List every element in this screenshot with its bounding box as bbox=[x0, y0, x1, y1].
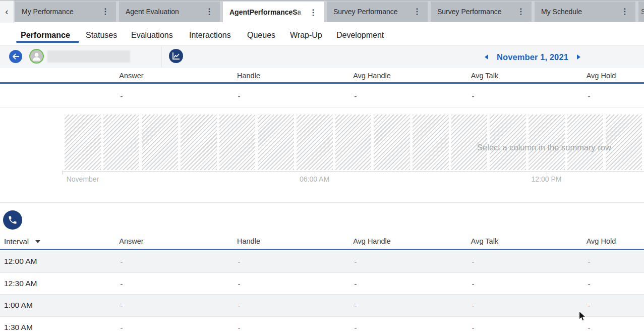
summary-col-avg-handle[interactable]: Avg Handle bbox=[353, 72, 391, 80]
summary-value[interactable]: - bbox=[588, 92, 591, 100]
chart-bar bbox=[103, 115, 140, 170]
summary-col-handle[interactable]: Handle bbox=[237, 72, 260, 80]
table-row[interactable]: 1:00 AM - - - - - bbox=[0, 295, 644, 317]
tab-agent-evaluation[interactable]: Agent Evaluation⋮ bbox=[119, 2, 220, 22]
interval-cell: 1:00 AM bbox=[4, 301, 33, 310]
axis-label-12pm: 12:00 PM bbox=[532, 175, 562, 183]
interval-col-handle[interactable]: Handle bbox=[237, 237, 260, 245]
axis-tick bbox=[83, 172, 83, 174]
nav-tab-evaluations[interactable]: Evaluations bbox=[131, 31, 173, 39]
chart-bar bbox=[65, 115, 101, 170]
cell-value: - bbox=[588, 301, 591, 310]
chart-bar bbox=[219, 115, 256, 170]
tab-label-fade bbox=[296, 2, 310, 23]
axis-tick bbox=[547, 172, 547, 174]
sort-caret-icon bbox=[35, 240, 40, 243]
next-day-button[interactable] bbox=[577, 54, 580, 60]
prev-day-button[interactable] bbox=[485, 54, 488, 60]
voice-channel-button[interactable] bbox=[3, 210, 22, 230]
phone-icon bbox=[8, 215, 18, 225]
tab-menu-icon[interactable]: ⋮ bbox=[517, 2, 525, 22]
tab-my-schedule[interactable]: My Schedule⋮ bbox=[535, 2, 635, 22]
active-nav-underline bbox=[16, 41, 79, 43]
chart-bar bbox=[451, 115, 488, 170]
summary-col-answer[interactable]: Answer bbox=[119, 72, 143, 80]
cell-value: - bbox=[238, 279, 241, 288]
cell-value: - bbox=[588, 257, 591, 266]
cell-value: - bbox=[121, 257, 123, 266]
tab-menu-icon[interactable]: ⋮ bbox=[413, 2, 421, 22]
back-button[interactable] bbox=[9, 50, 22, 63]
tab-menu-icon[interactable]: ⋮ bbox=[621, 2, 629, 22]
agent-name-redacted bbox=[47, 50, 130, 63]
tab-partial[interactable]: S bbox=[638, 2, 644, 22]
nav-tab-wrap-up[interactable]: Wrap-Up bbox=[290, 31, 322, 39]
toolbar-divider bbox=[161, 46, 162, 67]
date-navigator: November 1, 2021 bbox=[485, 52, 580, 62]
interval-col-answer[interactable]: Answer bbox=[119, 237, 143, 245]
nav-tab-development[interactable]: Development bbox=[336, 31, 384, 39]
table-row[interactable]: 12:00 AM - - - - - bbox=[0, 251, 644, 273]
chart-placeholder-message: Select a column in the summary row bbox=[477, 143, 611, 152]
interval-cell: 12:00 AM bbox=[4, 257, 37, 266]
summary-header-rule bbox=[0, 82, 644, 84]
tab-menu-icon[interactable]: ⋮ bbox=[101, 2, 109, 22]
cell-value: - bbox=[355, 257, 357, 266]
cell-value: - bbox=[472, 257, 475, 266]
chart-bar bbox=[335, 115, 372, 170]
cell-value: - bbox=[121, 279, 123, 288]
chart-bar bbox=[142, 115, 178, 170]
cell-value: - bbox=[355, 279, 357, 288]
workspace-tabbar: ‹ My Performance⋮ Agent Evaluation⋮ Agen… bbox=[0, 0, 644, 22]
cell-value: - bbox=[355, 301, 357, 310]
axis-label-november: November bbox=[67, 175, 99, 183]
summary-value[interactable]: - bbox=[238, 92, 241, 100]
tab-survey-performance-1[interactable]: Survey Performance⋮ bbox=[327, 2, 428, 22]
tab-my-performance[interactable]: My Performance⋮ bbox=[15, 2, 116, 22]
summary-value[interactable]: - bbox=[472, 92, 475, 100]
cell-value: - bbox=[238, 301, 241, 310]
nav-tab-statuses[interactable]: Statuses bbox=[86, 31, 117, 39]
chart-bar bbox=[374, 115, 410, 170]
table-row[interactable]: 1:30 AM - - - - - bbox=[0, 317, 644, 334]
cell-value: - bbox=[472, 301, 475, 310]
nav-tab-queues[interactable]: Queues bbox=[247, 31, 275, 39]
interval-cell: 1:30 AM bbox=[4, 323, 33, 332]
nav-tab-performance[interactable]: Performance bbox=[21, 31, 70, 39]
summary-col-avg-hold[interactable]: Avg Hold bbox=[587, 72, 616, 80]
chart-x-axis bbox=[63, 171, 644, 172]
axis-edge-tick bbox=[63, 171, 63, 175]
tab-menu-icon[interactable]: ⋮ bbox=[205, 2, 213, 22]
cell-value: - bbox=[472, 323, 475, 331]
summary-col-avg-talk[interactable]: Avg Talk bbox=[471, 72, 498, 80]
chart-bar bbox=[490, 115, 526, 170]
interval-col-avg-hold[interactable]: Avg Hold bbox=[587, 237, 616, 245]
interval-sort-header[interactable]: Interval bbox=[4, 237, 40, 246]
interval-cell: 12:30 AM bbox=[4, 279, 37, 288]
cell-value: - bbox=[121, 323, 123, 331]
chart-bar bbox=[606, 115, 642, 170]
table-row[interactable]: 12:30 AM - - - - - bbox=[0, 273, 644, 295]
chart-bar bbox=[529, 115, 565, 170]
interval-header-rule bbox=[0, 249, 644, 250]
arrow-left-icon bbox=[12, 53, 19, 60]
chart-bar bbox=[181, 115, 217, 170]
interval-col-avg-handle[interactable]: Avg Handle bbox=[353, 237, 391, 245]
cell-value: - bbox=[472, 279, 475, 288]
interval-col-avg-talk[interactable]: Avg Talk bbox=[471, 237, 498, 245]
tab-survey-performance-2[interactable]: Survey Performance⋮ bbox=[431, 2, 532, 22]
tab-agent-performance[interactable]: AgentPerformanceSa⋮ bbox=[223, 2, 324, 23]
summary-value[interactable]: - bbox=[355, 92, 357, 100]
summary-value[interactable]: - bbox=[121, 92, 123, 100]
chart-bar bbox=[297, 115, 333, 170]
mouse-cursor bbox=[578, 310, 587, 322]
chart-view-button[interactable] bbox=[169, 49, 183, 63]
tabs-scroll-left-button[interactable]: ‹ bbox=[0, 1, 14, 23]
cell-value: - bbox=[355, 323, 357, 331]
chart-bar bbox=[413, 115, 449, 170]
cell-value: - bbox=[238, 323, 241, 331]
axis-label-6am: 06:00 AM bbox=[300, 175, 329, 183]
nav-tab-interactions[interactable]: Interactions bbox=[189, 31, 231, 39]
current-date[interactable]: November 1, 2021 bbox=[497, 52, 568, 62]
tab-menu-icon[interactable]: ⋮ bbox=[309, 2, 317, 23]
